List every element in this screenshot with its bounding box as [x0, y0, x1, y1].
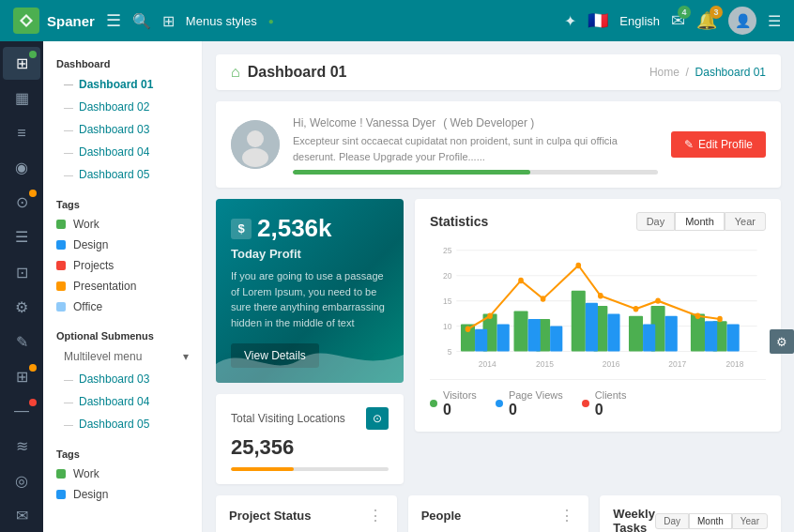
visit-number: 25,356	[231, 435, 389, 460]
sidebar-icon-dash[interactable]: —	[3, 395, 40, 428]
profit-value: 2,536k	[257, 214, 332, 243]
sidebar-icon-edit[interactable]: ✎	[3, 326, 40, 358]
clients-info: Clients 0	[595, 388, 627, 418]
edit-profile-button[interactable]: ✎ Edit Profile	[671, 131, 766, 158]
sidebar-icon-list[interactable]: ☰	[3, 220, 40, 253]
project-menu-dots[interactable]: ⋮	[368, 507, 384, 524]
sidebar-icon-layers[interactable]: ≡	[3, 116, 40, 149]
hamburger-icon[interactable]: ☰	[106, 10, 121, 31]
presentation-dot	[56, 281, 66, 291]
stats-tab-day[interactable]: Day	[636, 212, 676, 231]
tag-projects[interactable]: Projects	[43, 255, 202, 276]
tag-office[interactable]: Office	[43, 296, 202, 317]
sidebar-icon-bell[interactable]: ⊙	[3, 186, 40, 219]
page-title: ⌂ Dashboard 01	[231, 64, 346, 81]
svg-rect-36	[665, 316, 678, 352]
svg-text:5: 5	[448, 346, 452, 357]
svg-rect-33	[586, 303, 598, 352]
optional-section-title: Optional Submenus	[43, 323, 202, 345]
visitors-info: Visitors 0	[443, 388, 477, 418]
weekly-tab-year[interactable]: Year	[732, 513, 768, 529]
sidebar-item-dashboard04[interactable]: Dashboard 04	[43, 141, 202, 163]
sidebar-item-dashboard05[interactable]: Dashboard 05	[43, 163, 202, 186]
visit-location-icon[interactable]: ⊙	[366, 407, 389, 430]
grid-icon[interactable]: ⊞	[162, 12, 175, 30]
stats-tab-year[interactable]: Year	[725, 212, 766, 231]
sidebar-item-dashboard01[interactable]: Dashboard 01	[43, 73, 202, 96]
people-menu-dots[interactable]: ⋮	[559, 507, 575, 524]
sidebar-icon-grid[interactable]: ▦	[3, 82, 40, 114]
welcome-avatar	[231, 120, 280, 169]
sidebar-icon-home[interactable]: ⊞	[3, 47, 40, 80]
flag-icon: 🇫🇷	[588, 10, 608, 31]
visit-bar	[231, 467, 389, 471]
legend-clients: Clients 0	[582, 388, 627, 418]
breadcrumb-nav: Home / Dashboard 01	[649, 66, 766, 79]
user-avatar[interactable]: 👤	[728, 7, 756, 35]
sidebar-icon-box[interactable]: ⊡	[3, 255, 40, 288]
tag-work[interactable]: Work	[43, 214, 202, 235]
svg-rect-37	[705, 321, 717, 351]
tag2-design[interactable]: Design	[43, 484, 202, 505]
logo[interactable]: Spaner	[13, 8, 95, 34]
profit-label: Today Profit	[231, 247, 389, 261]
layout: ⊞ ▦ ≡ ◉ ⊙ ☰ ⊡ ⚙ ✎ ⊞ — ≋ ◎ ✉ Dashboard Da…	[0, 41, 794, 532]
mail-icon[interactable]: ✉ 4	[671, 10, 685, 31]
profit-desc: If you are going to use a passage of Lor…	[231, 268, 389, 330]
sidebar-icon-filter[interactable]: ≋	[3, 430, 40, 463]
multilevel-menu[interactable]: Multilevel menu ▾	[43, 345, 202, 368]
bell-dot	[29, 190, 37, 197]
note-dot	[29, 364, 37, 372]
logo-text: Spaner	[47, 13, 95, 29]
people-header: People ⋮	[421, 507, 576, 524]
projects-dot	[56, 261, 66, 270]
visit-card: Total Visiting Locations ⊙ 25,356	[216, 394, 404, 484]
sidebar-icon-circle[interactable]: ◉	[3, 151, 40, 184]
svg-text:10: 10	[443, 321, 451, 331]
search-icon[interactable]: 🔍	[132, 12, 151, 30]
tag2-work[interactable]: Work	[43, 464, 202, 484]
weekly-header: Weekly Tasks Day Month Year	[613, 507, 768, 532]
sidebar-item-dashboard03[interactable]: Dashboard 03	[43, 118, 202, 141]
svg-text:2015: 2015	[536, 358, 554, 369]
tag-design[interactable]: Design	[43, 235, 202, 255]
weekly-tab-month[interactable]: Month	[689, 513, 732, 529]
tag2-design-label: Design	[73, 488, 108, 501]
visit-title: Total Visiting Locations	[231, 412, 345, 425]
stats-title: Statistics	[430, 214, 488, 229]
svg-point-39	[466, 327, 471, 332]
sidebar-icon-mail[interactable]: ✉	[3, 499, 40, 532]
work-dot	[56, 220, 66, 229]
weekly-tab-day[interactable]: Day	[655, 513, 689, 529]
sidebar-icon-note[interactable]: ⊞	[3, 360, 40, 393]
language-label[interactable]: English	[619, 14, 660, 28]
sidebar-icon-settings[interactable]: ⚙	[3, 291, 40, 324]
sidebar-item-opt-dashboard04[interactable]: Dashboard 04	[43, 390, 202, 413]
svg-point-2	[247, 130, 264, 147]
sidebar-item-opt-dashboard03[interactable]: Dashboard 03	[43, 368, 202, 390]
stats-card: Statistics Day Month Year	[415, 199, 781, 432]
svg-point-43	[575, 263, 581, 268]
menus-label: Menus styles	[186, 14, 257, 28]
sidebar-item-dashboard02[interactable]: Dashboard 02	[43, 96, 202, 118]
breadcrumb-home-link[interactable]: Home	[649, 66, 679, 79]
pageviews-value: 0	[509, 402, 563, 418]
sidebar-item-opt-dashboard05[interactable]: Dashboard 05	[43, 413, 202, 435]
stats-tab-month[interactable]: Month	[675, 212, 725, 231]
chart-area: 25 20 15 10 5 2014 2015 2016 2017 2018	[430, 240, 766, 372]
svg-rect-25	[629, 316, 643, 352]
clients-dot	[582, 400, 589, 407]
stats-settings-fab[interactable]: ⚙	[770, 329, 794, 354]
stats-legend: Visitors 0 Page Views 0	[430, 379, 766, 418]
sparkle-icon[interactable]: ✦	[564, 12, 576, 30]
bell-icon[interactable]: 🔔 3	[696, 10, 717, 31]
sidebar-icon-target[interactable]: ◎	[3, 464, 40, 497]
svg-text:20: 20	[443, 270, 451, 281]
topnav-menu-dots[interactable]: ☰	[768, 12, 781, 30]
svg-text:2016: 2016	[603, 358, 620, 369]
tag2-work-label: Work	[73, 467, 99, 480]
chevron-down-icon: ▾	[183, 350, 189, 363]
topnav: Spaner ☰ 🔍 ⊞ Menus styles ● ✦ 🇫🇷 English…	[0, 0, 794, 41]
tag-presentation[interactable]: Presentation	[43, 276, 202, 296]
svg-text:2014: 2014	[479, 358, 496, 369]
